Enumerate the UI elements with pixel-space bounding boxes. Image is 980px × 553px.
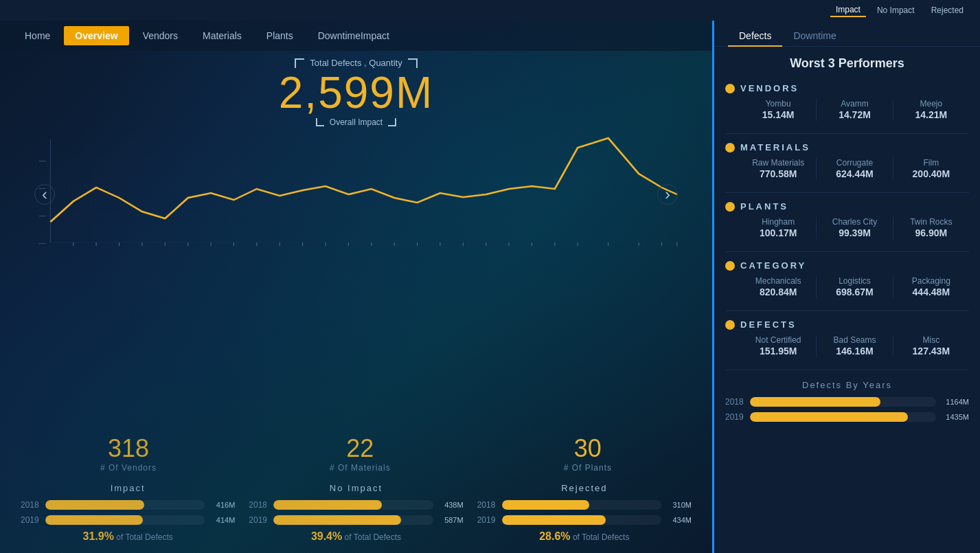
stat-vendors: 318 # Of Vendors (100, 434, 157, 473)
category-defects: DEFECTS Not Certified 151.95M Bad Seams … (714, 314, 980, 367)
vendors-label: # Of Vendors (100, 463, 157, 473)
no-impact-year-2018: 2018 (249, 500, 269, 510)
dby-year-2019: 2019 (725, 412, 746, 422)
rejected-fill-2018 (502, 500, 590, 510)
filter-no-impact[interactable]: No Impact (871, 4, 920, 16)
impact-fill-2018 (45, 500, 144, 510)
worst-performers-title: Worst 3 Performers (714, 47, 980, 78)
impact-value-2019: 414M (209, 516, 235, 524)
dby-row-2019: 2019 1435M (725, 412, 969, 422)
vendors-count: 318 (100, 434, 157, 463)
bar-section: Impact 2018 416M 2019 414M 31.9% (0, 476, 712, 553)
stat-materials: 22 # Of Materials (330, 434, 391, 473)
dby-title: Defects By Years (725, 380, 969, 390)
divider-line (725, 251, 969, 252)
nav-bar: Home Overview Vendors Materials Plants D… (0, 21, 712, 51)
rejected-bar-2018: 2018 310M (477, 500, 692, 510)
impact-year-2018: 2018 (21, 500, 41, 510)
nav-downtime-impact[interactable]: DowntimeImpact (307, 26, 400, 45)
rejected-year-2019: 2019 (477, 515, 498, 525)
impact-value-2018: 416M (209, 501, 235, 509)
impact-track-2019 (45, 515, 205, 525)
no-impact-fill-2019 (273, 515, 401, 525)
tab-defects[interactable]: Defects (728, 26, 782, 47)
cat-1: Mechanicals 820.84M (740, 276, 816, 298)
rejected-track-2018 (502, 500, 661, 510)
overall-impact-label: Overall Impact (41, 117, 671, 127)
impact-pct: 31.9% of Total Defects (21, 530, 235, 543)
chart-area: Total Defects , Quantity 2,599M Overall … (0, 51, 712, 427)
no-impact-pct: 39.4% of Total Defects (249, 530, 463, 543)
divider-line (725, 311, 969, 311)
filter-rejected[interactable]: Rejected (926, 4, 969, 16)
cat-3: Packaging 444.48M (893, 276, 969, 298)
materials-name: MATERIALS (740, 142, 810, 153)
no-impact-year-2019: 2019 (249, 515, 269, 525)
vendors-dot (725, 84, 735, 93)
plant-2: Charles City 99.39M (817, 217, 892, 239)
impact-bar-2018: 2018 416M (21, 500, 235, 510)
plants-count: 30 (564, 434, 612, 463)
vendors-name: VENDORS (740, 83, 799, 93)
no-impact-bar-2019: 2019 587M (249, 515, 463, 525)
line-chart: ‹ — — — — (27, 133, 685, 256)
tab-downtime[interactable]: Downtime (782, 26, 847, 47)
no-impact-track-2019 (273, 515, 433, 525)
materials-label: # Of Materials (330, 463, 391, 473)
material-2: Corrugate 624.44M (817, 158, 892, 180)
vendor-1: Yombu 15.14M (740, 99, 816, 121)
rejected-group: Rejected 2018 310M 2019 434M 28.6% (470, 483, 698, 543)
svg-text:—: — (39, 239, 47, 246)
nav-overview[interactable]: Overview (64, 26, 128, 45)
nav-plants[interactable]: Plants (255, 26, 304, 45)
no-impact-track-2018 (273, 500, 433, 510)
defects-header: DEFECTS (725, 319, 969, 330)
defects-performers: Not Certified 151.95M Bad Seams 146.16M … (725, 335, 969, 357)
line-chart-svg: — — — — (27, 133, 685, 256)
stats-row: 318 # Of Vendors 22 # Of Materials 30 # … (0, 427, 712, 476)
plants-header: PLANTS (725, 201, 969, 212)
materials-dot (725, 143, 735, 153)
dby-value-2019: 1435M (940, 413, 969, 421)
defect-3: Misc 127.43M (893, 335, 969, 357)
no-impact-value-2018: 438M (437, 501, 464, 509)
material-1: Raw Materials 770.58M (740, 158, 816, 180)
impact-track-2018 (45, 500, 205, 510)
chart-prev-button[interactable]: ‹ (34, 184, 55, 205)
chart-title: Total Defects , Quantity (41, 58, 671, 68)
total-defects-number: 2,599M (41, 71, 671, 115)
cat-2: Logistics 698.67M (817, 276, 892, 298)
svg-text:—: — (39, 212, 47, 218)
nav-vendors[interactable]: Vendors (132, 26, 189, 45)
dby-fill-2019 (750, 412, 908, 422)
rejected-fill-2019 (502, 515, 606, 525)
dby-value-2018: 1164M (940, 398, 969, 406)
no-impact-group: No Impact 2018 438M 2019 587M 39.4% (242, 483, 470, 543)
nav-home[interactable]: Home (14, 26, 61, 45)
plants-dot (725, 202, 735, 212)
category-performers: Mechanicals 820.84M Logistics 698.67M Pa… (725, 276, 969, 298)
divider-line (725, 192, 969, 193)
chart-next-button[interactable]: › (657, 184, 678, 205)
no-impact-value-2019: 587M (437, 516, 464, 524)
filter-impact[interactable]: Impact (830, 3, 866, 17)
category-plants: PLANTS Hingham 100.17M Charles City 99.3… (714, 196, 980, 249)
rejected-bar-2019: 2019 434M (477, 515, 692, 525)
category-dot (725, 261, 735, 271)
right-tabs: Defects Downtime (714, 21, 980, 47)
defect-1: Not Certified 151.95M (740, 335, 816, 357)
vendors-header: VENDORS (725, 83, 969, 93)
defects-dot (725, 320, 735, 330)
material-3: Film 200.40M (893, 158, 969, 180)
category-materials: MATERIALS Raw Materials 770.58M Corrugat… (714, 137, 980, 190)
divider-line (725, 133, 969, 134)
plants-name: PLANTS (740, 201, 788, 212)
left-panel: Home Overview Vendors Materials Plants D… (0, 21, 712, 553)
plants-performers: Hingham 100.17M Charles City 99.39M Twin… (725, 217, 969, 239)
right-panel: Defects Downtime Worst 3 Performers VEND… (712, 21, 980, 553)
rejected-title: Rejected (477, 483, 692, 493)
nav-materials[interactable]: Materials (192, 26, 253, 45)
divider-line (725, 370, 969, 370)
rejected-pct: 28.6% of Total Defects (477, 530, 692, 543)
category-header: CATEGORY (725, 260, 969, 271)
